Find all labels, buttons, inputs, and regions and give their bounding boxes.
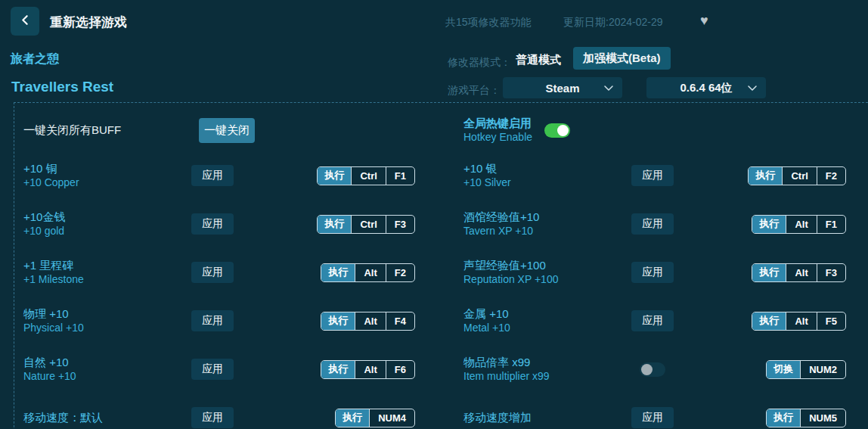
- heart-icon[interactable]: ♥: [700, 13, 708, 29]
- cheat-action: [607, 362, 698, 377]
- hotkey-group[interactable]: 执行AltF3: [752, 263, 846, 282]
- hotkey-group[interactable]: 切换NUM2: [766, 360, 846, 379]
- hotkey-key: F3: [817, 264, 845, 281]
- cheat-label-en: Physical +10: [23, 321, 167, 334]
- hotkey-key: F2: [386, 264, 414, 281]
- hotkey-action-label: 执行: [336, 409, 369, 427]
- apply-button[interactable]: 应用: [191, 359, 234, 380]
- hotkey-action-label: 执行: [749, 167, 782, 185]
- hotkey-action-label: 执行: [752, 312, 786, 330]
- cheat-row: 移动速度：默认 应用 执行NUM4: [23, 401, 415, 429]
- hotkey-key: NUM2: [800, 361, 845, 378]
- version-dropdown[interactable]: 0.6.4 64位: [646, 77, 766, 98]
- toggle-knob: [641, 364, 653, 375]
- cheat-row: +10金钱 +10 gold 应用 执行CtrlF3: [23, 207, 415, 241]
- hotkey-action-label: 执行: [767, 409, 800, 427]
- cheat-row: 自然 +10 Nature +10 应用 执行AltF6: [23, 353, 415, 386]
- cheat-label-cn: 声望经验值+100: [463, 259, 607, 272]
- cheat-toggle[interactable]: [640, 362, 665, 377]
- apply-button[interactable]: 应用: [631, 407, 674, 428]
- hotkey-group[interactable]: 执行AltF4: [321, 312, 415, 331]
- chevron-left-icon: [20, 14, 31, 28]
- apply-button[interactable]: 应用: [631, 262, 674, 283]
- hotkey-action-label: 执行: [752, 264, 786, 281]
- apply-button[interactable]: 应用: [631, 310, 674, 331]
- cheat-action: 应用: [167, 407, 258, 428]
- hotkey-group[interactable]: 执行AltF5: [752, 312, 846, 331]
- hotkey-group[interactable]: 执行NUM4: [335, 409, 415, 427]
- hotkey-key: NUM5: [800, 409, 845, 427]
- cheat-row: +1 里程碑 +1 Milestone 应用 执行AltF2: [23, 256, 415, 289]
- hotkey-enable-toggle[interactable]: [544, 123, 570, 138]
- hotkey-key: Ctrl: [351, 167, 385, 185]
- cheat-action: 应用: [167, 262, 258, 283]
- apply-button[interactable]: 应用: [191, 262, 234, 283]
- hotkey-group[interactable]: 执行NUM5: [766, 409, 846, 427]
- cheat-label-cn: 自然 +10: [23, 356, 167, 369]
- cheat-label-cn: 酒馆经验值+10: [463, 210, 607, 224]
- update-date: 更新日期:2024-02-29: [563, 16, 663, 30]
- hotkey-key: F6: [386, 361, 414, 378]
- apply-button[interactable]: 应用: [191, 165, 234, 186]
- hotkey-key: Alt: [355, 312, 385, 330]
- cheat-row: 移动速度增加 应用 执行NUM5: [463, 401, 846, 429]
- hotkey-group[interactable]: 执行AltF2: [321, 263, 415, 282]
- game-title-en: Travellers Rest: [11, 79, 113, 95]
- apply-button[interactable]: 应用: [191, 407, 234, 428]
- cheat-action: 应用: [607, 213, 698, 235]
- hotkey-enable-label-en: Hotkey Enable: [463, 130, 532, 144]
- cheat-label-cn: 物理 +10: [23, 307, 167, 321]
- hotkey-action-label: 执行: [752, 216, 786, 233]
- cheat-label-en: Item multiplier x99: [463, 369, 607, 383]
- cheat-row: 金属 +10 Metal +10 应用 执行AltF5: [463, 304, 846, 337]
- hotkey-key: Alt: [786, 312, 816, 330]
- cheat-label-en: Metal +10: [463, 321, 607, 334]
- hotkey-key: F5: [817, 312, 845, 330]
- cheat-row: 物理 +10 Physical +10 应用 执行AltF4: [23, 304, 415, 337]
- cheat-action: 应用: [607, 165, 698, 186]
- hotkey-group[interactable]: 执行AltF1: [752, 215, 846, 234]
- hotkey-action-label: 切换: [767, 361, 800, 378]
- game-title-cn: 旅者之憩: [11, 51, 59, 67]
- hotkey-key: Alt: [786, 216, 816, 233]
- cheat-label-en: Reputation XP +100: [463, 272, 607, 286]
- cheat-label-cn: +10 铜: [23, 162, 167, 176]
- cheat-grid: +10 铜 +10 Copper 应用 执行CtrlF1 +10 银 +10 S…: [23, 159, 868, 429]
- hotkey-group[interactable]: 执行CtrlF2: [748, 166, 846, 185]
- cheat-label-cn: 移动速度：默认: [23, 411, 167, 424]
- cheat-row: 酒馆经验值+10 Tavern XP +10 应用 执行AltF1: [463, 207, 846, 241]
- cheats-panel: 一键关闭所有BUFF 一键关闭 全局热键启用 Hotkey Enable +10…: [14, 102, 868, 429]
- mode-label: 修改器模式：: [448, 56, 511, 70]
- hotkey-key: Ctrl: [782, 167, 816, 185]
- apply-button[interactable]: 应用: [631, 165, 674, 186]
- cheat-row: +10 银 +10 Silver 应用 执行CtrlF2: [463, 159, 846, 192]
- hotkey-group[interactable]: 执行CtrlF1: [317, 166, 415, 185]
- cheat-action: 应用: [607, 262, 698, 283]
- hotkey-key: Alt: [355, 361, 385, 378]
- apply-button[interactable]: 应用: [191, 213, 234, 235]
- close-all-buff-button[interactable]: 一键关闭: [199, 118, 255, 143]
- mode-normal-button[interactable]: 普通模式: [516, 53, 561, 67]
- apply-button[interactable]: 应用: [191, 310, 234, 331]
- cheat-label-en: +10 Copper: [23, 176, 167, 189]
- hotkey-action-label: 执行: [321, 361, 355, 378]
- cheat-label-en: +10 Silver: [463, 176, 607, 189]
- cheat-action: 应用: [167, 359, 258, 380]
- hotkey-action-label: 执行: [321, 264, 355, 281]
- hotkey-key: NUM4: [369, 409, 414, 427]
- hotkey-group[interactable]: 执行AltF6: [321, 360, 415, 379]
- hotkey-action-label: 执行: [321, 312, 355, 330]
- platform-dropdown[interactable]: Steam: [503, 77, 622, 98]
- hotkey-key: F1: [386, 167, 414, 185]
- apply-button[interactable]: 应用: [631, 213, 674, 235]
- cheat-label-en: +1 Milestone: [23, 272, 167, 286]
- cheat-label-en: +10 gold: [23, 224, 167, 238]
- hotkey-group[interactable]: 执行CtrlF3: [317, 215, 415, 234]
- cheat-label-cn: 移动速度增加: [463, 411, 607, 424]
- platform-dropdown-value: Steam: [545, 82, 579, 95]
- hotkey-key: Alt: [786, 264, 816, 281]
- back-button[interactable]: [11, 7, 39, 36]
- mode-enhanced-button[interactable]: 加强模式(Beta): [573, 47, 671, 70]
- platform-label: 游戏平台：: [448, 84, 501, 98]
- cheat-label-cn: 物品倍率 x99: [463, 356, 607, 369]
